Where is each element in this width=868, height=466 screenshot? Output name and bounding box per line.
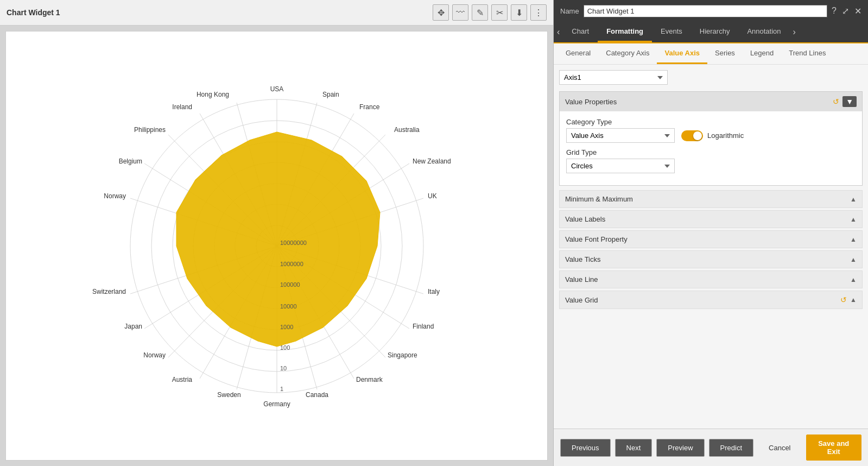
download-tool-button[interactable]: ⬇: [511, 4, 527, 21]
bottom-bar: Previous Next Preview Predict Cancel Sav…: [554, 429, 868, 466]
subtab-general[interactable]: General: [558, 43, 598, 64]
widget-name-input[interactable]: [584, 5, 827, 17]
draw-tool-button[interactable]: 〰: [452, 4, 468, 21]
value-line-section[interactable]: Value Line ▲: [559, 270, 863, 288]
previous-button[interactable]: Previous: [560, 439, 611, 457]
chart-header: Chart Widget 1 ✥ 〰 ✎ ✂ ⬇ ⋮: [0, 0, 553, 26]
close-icon[interactable]: ✕: [854, 6, 861, 16]
value-ticks-section[interactable]: Value Ticks ▲: [559, 250, 863, 268]
tab-events[interactable]: Events: [652, 22, 691, 42]
value-font-section[interactable]: Value Font Property ▲: [559, 230, 863, 248]
radar-chart: 1 10 100 1000 10000 100000 1000000 10000…: [6, 32, 547, 460]
cut-tool-button[interactable]: ✂: [491, 4, 508, 21]
subtab-category-axis[interactable]: Category Axis: [598, 43, 657, 64]
svg-text:Canada: Canada: [305, 391, 328, 399]
panel-header: Name ? ⤢ ✕: [554, 0, 868, 22]
cancel-button[interactable]: Cancel: [758, 439, 801, 456]
axis-selector-row: Axis1 Axis2: [559, 70, 863, 85]
axis-selector[interactable]: Axis1 Axis2: [559, 70, 668, 85]
value-grid-section[interactable]: Value Grid ↺ ▲: [559, 291, 863, 309]
svg-text:Switzerland: Switzerland: [92, 288, 125, 295]
tabs-next-button[interactable]: ›: [790, 23, 799, 41]
radar-svg: 1 10 100 1000 10000 100000 1000000 10000…: [54, 61, 499, 431]
value-properties-label: Value Properties: [565, 98, 829, 106]
logarithmic-label: Logarithmic: [707, 131, 744, 140]
value-labels-chevron: ▲: [850, 216, 857, 223]
value-grid-refresh-icon[interactable]: ↺: [840, 295, 847, 304]
value-labels-section[interactable]: Value Labels ▲: [559, 210, 863, 228]
panel-content: Axis1 Axis2 Value Properties ↺ ▼ Categor…: [554, 65, 868, 429]
tab-formatting[interactable]: Formatting: [598, 22, 652, 42]
value-ticks-label: Value Ticks: [565, 255, 850, 263]
svg-text:Sweden: Sweden: [217, 391, 240, 399]
value-grid-chevron: ▲: [850, 296, 857, 304]
subtab-trend-lines[interactable]: Trend Lines: [781, 43, 833, 64]
svg-text:1000: 1000: [280, 324, 293, 330]
subtab-series[interactable]: Series: [707, 43, 743, 64]
resize-icon[interactable]: ⤢: [842, 6, 849, 16]
predict-button[interactable]: Predict: [709, 439, 753, 457]
svg-text:Denmark: Denmark: [356, 376, 383, 383]
svg-text:Japan: Japan: [124, 323, 142, 330]
subtab-value-axis[interactable]: Value Axis: [657, 43, 707, 64]
svg-text:Hong Kong: Hong Kong: [196, 91, 229, 98]
tab-annotation[interactable]: Annotation: [738, 22, 789, 42]
svg-text:Norway: Norway: [104, 192, 126, 200]
svg-text:Singapore: Singapore: [388, 351, 417, 359]
next-button[interactable]: Next: [615, 439, 652, 457]
chart-widget-title: Chart Widget 1: [7, 8, 60, 17]
value-props-collapse-icon[interactable]: ▼: [842, 96, 857, 107]
move-tool-button[interactable]: ✥: [433, 4, 449, 21]
value-properties-content: Category Type Value Axis Category Axis L…: [560, 111, 862, 185]
svg-text:UK: UK: [428, 192, 437, 200]
svg-text:Australia: Australia: [394, 126, 420, 134]
value-properties-header[interactable]: Value Properties ↺ ▼: [560, 92, 862, 111]
svg-text:100: 100: [280, 344, 290, 351]
svg-text:Finland: Finland: [413, 323, 434, 330]
more-options-button[interactable]: ⋮: [530, 4, 547, 21]
tab-chart[interactable]: Chart: [563, 22, 598, 42]
edit-tool-button[interactable]: ✎: [472, 4, 488, 21]
value-font-label: Value Font Property: [565, 235, 850, 243]
name-label: Name: [560, 7, 579, 15]
min-max-chevron: ▲: [850, 196, 857, 203]
save-exit-button[interactable]: Save and Exit: [806, 434, 862, 461]
svg-text:Spain: Spain: [322, 91, 339, 98]
svg-text:10: 10: [280, 365, 287, 371]
svg-text:1000000: 1000000: [280, 261, 303, 267]
grid-type-label: Grid Type: [566, 148, 856, 156]
value-labels-label: Value Labels: [565, 215, 850, 223]
min-max-section[interactable]: Minimum & Maximum ▲: [559, 190, 863, 208]
chart-toolbar: ✥ 〰 ✎ ✂ ⬇ ⋮: [433, 4, 547, 21]
value-properties-section: Value Properties ↺ ▼ Category Type Value…: [559, 91, 863, 186]
min-max-label: Minimum & Maximum: [565, 195, 850, 203]
svg-text:New Zealand: New Zealand: [413, 158, 451, 165]
category-type-group: Category Type Value Axis Category Axis L…: [566, 118, 856, 143]
help-icon[interactable]: ?: [832, 6, 837, 16]
header-icons: ? ⤢ ✕: [832, 6, 861, 16]
main-tabs: ‹ Chart Formatting Events Hierarchy Anno…: [554, 22, 868, 43]
preview-button[interactable]: Preview: [656, 439, 704, 457]
category-type-row: Value Axis Category Axis Logarithmic: [566, 128, 856, 143]
svg-text:10000: 10000: [280, 303, 297, 310]
svg-text:Ireland: Ireland: [172, 103, 192, 111]
category-type-select[interactable]: Value Axis Category Axis: [566, 128, 675, 143]
svg-text:10000000: 10000000: [280, 240, 307, 246]
tabs-prev-button[interactable]: ‹: [554, 23, 563, 41]
grid-type-select[interactable]: Circles Lines None: [566, 159, 675, 173]
subtab-legend[interactable]: Legend: [743, 43, 781, 64]
sub-tabs: General Category Axis Value Axis Series …: [554, 43, 868, 65]
svg-text:Philippines: Philippines: [134, 126, 165, 134]
refresh-icon[interactable]: ↺: [833, 97, 839, 106]
value-ticks-chevron: ▲: [850, 256, 857, 263]
logarithmic-toggle[interactable]: [681, 130, 703, 141]
svg-text:France: France: [359, 103, 380, 111]
value-line-chevron: ▲: [850, 276, 857, 284]
chart-canvas: 1 10 100 1000 10000 100000 1000000 10000…: [5, 31, 548, 461]
right-panel: Name ? ⤢ ✕ ‹ Chart Formatting Events Hie…: [553, 0, 868, 466]
tab-hierarchy[interactable]: Hierarchy: [691, 22, 739, 42]
chart-area: Chart Widget 1 ✥ 〰 ✎ ✂ ⬇ ⋮: [0, 0, 553, 466]
svg-text:100000: 100000: [280, 281, 300, 288]
svg-text:Belgium: Belgium: [118, 158, 142, 165]
value-grid-label: Value Grid: [565, 296, 837, 304]
